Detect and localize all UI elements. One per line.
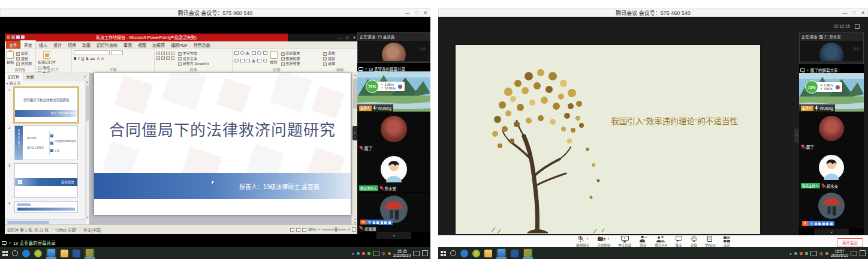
- docs-button[interactable]: 文档(6): [705, 236, 716, 248]
- taskbar-app-2[interactable]: [472, 250, 480, 257]
- collapse-tiles-button[interactable]: ⌄: [814, 229, 849, 235]
- tab-special[interactable]: 特色功能: [191, 41, 213, 49]
- tray-expand-icon[interactable]: ∧: [789, 251, 792, 256]
- fit-to-window-icon[interactable]: [352, 227, 356, 232]
- align-right-icon[interactable]: [161, 56, 165, 60]
- taskbar-app-photos[interactable]: [47, 249, 55, 257]
- video-tile-p2[interactable]: 醒了: [799, 112, 864, 151]
- video-tile-p4[interactable]: S 中: [799, 190, 864, 229]
- action-center-icon[interactable]: [860, 250, 866, 256]
- tab-review[interactable]: 审阅: [120, 41, 135, 49]
- close-button[interactable]: ✕: [861, 10, 865, 17]
- settings-button[interactable]: 设置: [724, 236, 730, 248]
- sidebar-collapse-handle[interactable]: ›: [794, 128, 799, 143]
- taskbar-app-meeting[interactable]: [524, 249, 532, 257]
- normal-view-icon[interactable]: [290, 228, 294, 232]
- scroll-down-icon[interactable]: ▼: [86, 216, 89, 219]
- font-color-button[interactable]: A: [101, 56, 104, 61]
- replace-button[interactable]: 替换: [323, 57, 335, 61]
- share-screen-button[interactable]: 共享屏幕: [618, 236, 631, 248]
- slide-title-text[interactable]: 合同僵局下的法律救济问题研究: [99, 118, 346, 140]
- video-tile-p4[interactable]: S 中 张媛媛: [357, 193, 430, 232]
- pane-tab-outline[interactable]: 大纲: [23, 73, 37, 80]
- taskbar-clock[interactable]: 15:35 2020/5/10: [393, 249, 411, 258]
- video-tile-p3[interactable]: 联席主持人 郑水安: [799, 151, 864, 190]
- tab-view[interactable]: 视图: [135, 41, 149, 49]
- tray-icon-4[interactable]: [388, 252, 391, 255]
- tab-home[interactable]: 开始: [20, 40, 36, 49]
- taskbar-app-explorer[interactable]: [484, 250, 492, 257]
- slide-presenter-text[interactable]: 报告人：19级法律硕士 孟亚鑫: [239, 182, 320, 191]
- new-slide-button[interactable]: 新建幻灯片: [38, 51, 56, 65]
- font-style-buttons[interactable]: B I U S abc A A: [74, 56, 152, 61]
- clear-format-button[interactable]: abc: [91, 57, 95, 61]
- taskbar-app-photos[interactable]: [498, 249, 505, 257]
- format-painter-button[interactable]: 格式刷: [16, 62, 32, 66]
- scrollbar-up-icon[interactable]: ▲: [354, 73, 357, 77]
- taskbar-app-word[interactable]: [73, 250, 80, 257]
- ppt-close-button[interactable]: ✕: [352, 34, 356, 41]
- close-button[interactable]: ✕: [423, 10, 427, 17]
- tray-icon-2[interactable]: [362, 252, 365, 255]
- tab-design[interactable]: 设计: [50, 41, 65, 49]
- members-button[interactable]: 成员(44): [655, 236, 667, 248]
- active-speaker-video[interactable]: ∧∧: [800, 41, 863, 61]
- emoji-button[interactable]: ☺ 表情: [691, 236, 697, 248]
- numbering-icon[interactable]: [161, 52, 165, 55]
- slide-thumbnail-4[interactable]: 4: [14, 201, 78, 213]
- redo-icon[interactable]: [21, 35, 25, 39]
- camera-options-caret[interactable]: [607, 238, 610, 239]
- taskbar-clock[interactable]: 15:57 2020/5/10: [831, 249, 848, 258]
- touch-keyboard-icon[interactable]: [413, 251, 420, 256]
- start-video-button[interactable]: 开启视频: [597, 236, 610, 248]
- taskbar-app-word[interactable]: [511, 250, 519, 257]
- arrange-button[interactable]: 排列: [270, 51, 278, 66]
- tray-icon-3[interactable]: [805, 252, 808, 255]
- italic-button[interactable]: I: [79, 56, 80, 61]
- video-tile-host[interactable]: 73% ▲2.9K/s ▼49K/s 主持人 Wufeng: [799, 73, 864, 112]
- undo-icon[interactable]: [16, 35, 20, 39]
- search-button[interactable]: [450, 250, 456, 256]
- tab-insert[interactable]: 插入: [36, 41, 50, 49]
- char-spacing-button[interactable]: A: [97, 56, 100, 61]
- leave-meeting-button[interactable]: 离开会议: [837, 238, 863, 247]
- chat-button[interactable]: 聊天: [675, 236, 683, 248]
- tray-ime[interactable]: 中: [819, 251, 823, 256]
- action-center-icon[interactable]: [422, 250, 428, 256]
- smartart-button[interactable]: 转换为 SmartArt: [178, 62, 209, 66]
- align-center-icon[interactable]: [156, 56, 160, 60]
- align-left-icon[interactable]: [171, 52, 174, 55]
- copy-button[interactable]: 复制: [16, 57, 32, 61]
- ppt-maximize-button[interactable]: □: [346, 34, 348, 41]
- maximize-button[interactable]: □: [852, 10, 855, 17]
- slide-canvas[interactable]: 合同僵局下的法律救济问题研究 报告人：19级法律硕士 孟亚鑫: [94, 73, 351, 215]
- tab-transitions[interactable]: 切换: [65, 41, 79, 49]
- tray-icon-1[interactable]: [357, 252, 360, 255]
- slide-thumbnail-1[interactable]: 1 合同僵局下的法律救济问题研究 报告人：19级法律硕士 孟亚鑫: [14, 88, 78, 122]
- strikethrough-button[interactable]: S: [86, 56, 88, 61]
- tray-icon-1[interactable]: [794, 252, 797, 255]
- video-tile-p2[interactable]: 醒了: [357, 112, 430, 152]
- scroll-up-icon[interactable]: ▲: [86, 80, 89, 83]
- minimize-button[interactable]: —: [842, 10, 847, 17]
- sidebar-collapse-handle[interactable]: ›: [352, 126, 357, 140]
- tray-icon-3[interactable]: [367, 252, 370, 255]
- font-size-select[interactable]: [111, 50, 123, 55]
- taskbar-app-explorer[interactable]: [61, 250, 68, 257]
- taskbar-app-meeting[interactable]: [86, 249, 94, 257]
- tray-icon-2[interactable]: [800, 252, 803, 255]
- video-tile-p3[interactable]: 联席主持人 郑水安: [357, 152, 430, 192]
- reading-view-icon[interactable]: [302, 228, 306, 232]
- shape-effects-button[interactable]: 形状效果: [281, 62, 300, 66]
- active-speaker-video[interactable]: ∧∧: [358, 41, 430, 61]
- justify-icon[interactable]: [166, 56, 170, 60]
- pane-tab-slides[interactable]: 幻灯片: [5, 73, 23, 80]
- video-tile-host[interactable]: 72% ▲1.0K/s ▼16.8K/s 主持人 Wufeng: [357, 71, 430, 112]
- taskbar-app-browser[interactable]: [22, 250, 30, 257]
- text-direction-button[interactable]: 文字方向: [178, 52, 209, 56]
- shapes-gallery[interactable]: [234, 51, 268, 66]
- bold-button[interactable]: B: [74, 56, 77, 61]
- shape-fill-button[interactable]: 形状填充: [281, 52, 300, 56]
- pane-close-icon[interactable]: ✕: [80, 74, 89, 79]
- tray-ime[interactable]: 中: [382, 251, 385, 256]
